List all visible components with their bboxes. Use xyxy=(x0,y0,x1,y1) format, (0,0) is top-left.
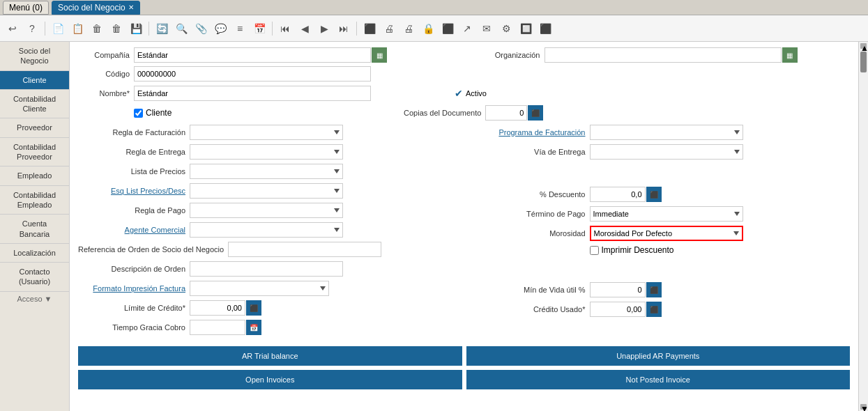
sidebar-item-socio[interactable]: Socio delNegocio xyxy=(0,42,69,71)
lock-icon[interactable]: 🔒 xyxy=(420,20,436,37)
sidebar-item-cuenta[interactable]: CuentaBancaria xyxy=(0,215,69,244)
tiempo-gracia-label: Tiempo Gracia Cobro xyxy=(78,323,190,332)
agente-comercial-label[interactable]: Agente Comercial xyxy=(78,226,190,234)
open-invoices-button[interactable]: Open Invoices xyxy=(78,370,462,389)
sep3 xyxy=(272,22,273,36)
export-icon[interactable]: ↗ xyxy=(459,20,475,37)
menu-tab[interactable]: Menú (0) xyxy=(3,1,49,15)
formato-factura-label[interactable]: Formato Impresión Factura xyxy=(78,284,190,293)
print1-icon[interactable]: 🖨 xyxy=(381,20,397,37)
new-icon[interactable]: 📄 xyxy=(50,20,66,37)
calendar-icon[interactable]: 📅 xyxy=(251,20,268,37)
regla-entrega-select[interactable] xyxy=(190,144,343,160)
chat-icon[interactable]: 💬 xyxy=(212,20,229,37)
esq-list-label[interactable]: Esq List Precios/Desc xyxy=(78,187,190,195)
scroll-up-btn[interactable]: ▲ xyxy=(860,43,867,49)
sidebar-item-contabilidad-proveedor[interactable]: ContabilidadProveedor xyxy=(0,138,69,167)
socio-tab[interactable]: Socio del Negocio ✕ xyxy=(52,1,140,15)
compania-label: Compañía xyxy=(78,51,134,59)
next-last-icon[interactable]: ⏭ xyxy=(335,20,352,37)
help-icon[interactable]: ? xyxy=(24,20,40,37)
limite-credito-input[interactable] xyxy=(190,300,245,316)
unapplied-button[interactable]: Unapplied AR Payments xyxy=(466,346,851,366)
scroll-track xyxy=(859,74,868,403)
prev-first-icon[interactable]: ⏮ xyxy=(277,20,294,37)
sidebar-item-empleado[interactable]: Empleado xyxy=(0,166,69,185)
descuento-input[interactable] xyxy=(590,187,646,202)
copias-calc-btn[interactable]: ⬛ xyxy=(528,105,543,121)
descripcion-input[interactable] xyxy=(190,261,343,277)
credito-calc-btn[interactable]: ⬛ xyxy=(646,302,662,317)
scroll-thumb[interactable] xyxy=(860,52,867,72)
formato-factura-select[interactable] xyxy=(190,281,329,296)
sidebar-item-proveedor[interactable]: Proveedor xyxy=(0,118,69,137)
vertical-scrollbar[interactable]: ▲ ▼ xyxy=(858,42,868,411)
next-icon[interactable]: ▶ xyxy=(316,20,333,37)
morosidad-select[interactable]: Morosidad Por Defecto xyxy=(590,226,743,241)
min-vida-input[interactable] xyxy=(590,282,646,297)
referencia-input[interactable] xyxy=(228,242,381,257)
not-posted-button[interactable]: Not Posted Invoice xyxy=(466,370,851,389)
attach-icon[interactable]: 📎 xyxy=(192,20,209,37)
grid-icon[interactable]: ⬛ xyxy=(439,20,456,37)
copy-icon[interactable]: 📋 xyxy=(69,20,86,37)
ar-trial-button[interactable]: AR Trial balance xyxy=(78,346,462,366)
programa-facturacion-select[interactable] xyxy=(590,125,743,140)
descuento-calc-btn[interactable]: ⬛ xyxy=(646,187,662,202)
back-icon[interactable]: ↩ xyxy=(4,20,21,37)
programa-facturacion-label[interactable]: Programa de Facturación xyxy=(471,128,590,137)
lista-precios-select[interactable] xyxy=(190,164,343,179)
menu-icon[interactable]: ≡ xyxy=(231,20,248,37)
descuento-label: % Descuento xyxy=(471,190,590,199)
sidebar-item-localizacion[interactable]: Localización xyxy=(0,244,69,263)
via-entrega-select[interactable] xyxy=(590,144,743,160)
email-icon[interactable]: ✉ xyxy=(478,20,495,37)
cliente-label: Cliente xyxy=(146,108,172,118)
cliente-checkbox[interactable] xyxy=(134,109,143,118)
expand-icon[interactable]: ⬛ xyxy=(361,20,378,37)
scroll-down-btn[interactable]: ▼ xyxy=(860,404,867,410)
copias-label: Copias del Documento xyxy=(381,109,485,117)
window-icon[interactable]: ⬛ xyxy=(537,20,554,37)
copias-input[interactable] xyxy=(485,105,527,121)
morosidad-label: Morosidad xyxy=(471,229,590,238)
imprimir-descuento-checkbox[interactable] xyxy=(590,246,599,255)
codigo-input[interactable] xyxy=(134,66,371,82)
save-icon[interactable]: 💾 xyxy=(128,20,144,37)
limite-calc-btn[interactable]: ⬛ xyxy=(246,300,261,316)
refresh-icon[interactable]: 🔄 xyxy=(153,20,170,37)
sep4 xyxy=(356,22,357,36)
print2-icon[interactable]: 🖨 xyxy=(400,20,417,37)
sidebar-item-contabilidad-empleado[interactable]: ContabilidadEmpleado xyxy=(0,186,69,215)
zoom-icon[interactable]: 🔲 xyxy=(517,20,534,37)
tab-close-icon[interactable]: ✕ xyxy=(128,3,134,11)
tiempo-gracia-input[interactable] xyxy=(190,320,245,335)
termino-pago-select[interactable]: Immediate xyxy=(590,206,743,222)
organizacion-select-btn[interactable]: ▦ xyxy=(782,47,798,63)
settings-icon[interactable]: ⚙ xyxy=(498,20,515,37)
credito-usado-input[interactable] xyxy=(590,302,646,317)
prev-icon[interactable]: ◀ xyxy=(296,20,313,37)
tiempo-calc-btn[interactable]: 📅 xyxy=(246,320,261,335)
delete1-icon[interactable]: 🗑 xyxy=(89,20,105,37)
search-icon[interactable]: 🔍 xyxy=(173,20,190,37)
activo-label: Activo xyxy=(466,89,487,98)
esq-list-select[interactable] xyxy=(190,183,343,199)
delete2-icon[interactable]: 🗑 xyxy=(108,20,125,37)
sidebar-item-cliente[interactable]: Cliente xyxy=(0,71,69,90)
nombre-input[interactable] xyxy=(134,86,371,101)
agente-comercial-select[interactable] xyxy=(190,222,343,238)
sidebar-item-contacto[interactable]: Contacto(Usuario) xyxy=(0,263,69,292)
min-vida-calc-btn[interactable]: ⬛ xyxy=(646,282,662,297)
activo-check-icon: ✔ xyxy=(455,88,463,99)
sidebar-item-acceso[interactable]: Acceso ▼ xyxy=(0,292,69,306)
via-entrega-label: Vía de Entrega xyxy=(471,148,590,156)
sidebar-item-contabilidad-cliente[interactable]: ContabilidadCliente xyxy=(0,90,69,119)
organizacion-input[interactable] xyxy=(545,47,782,63)
compania-select-btn[interactable]: ▦ xyxy=(372,47,387,63)
compania-input[interactable] xyxy=(134,47,371,63)
regla-pago-select[interactable] xyxy=(190,203,343,218)
min-vida-label: Mín de Vida útil % xyxy=(471,286,590,294)
nombre-label: Nombre* xyxy=(78,89,134,98)
regla-facturacion-select[interactable] xyxy=(190,125,343,140)
